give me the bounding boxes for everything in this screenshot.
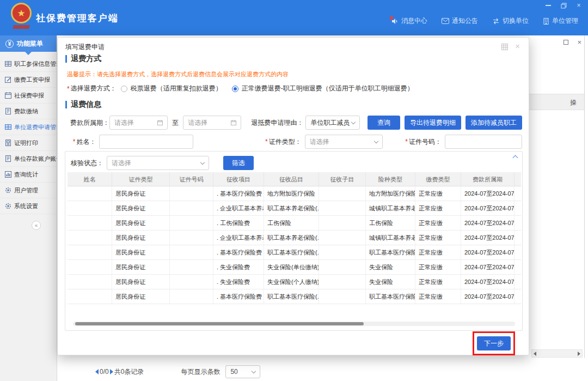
cell-payment-type: 正常应缴 — [415, 216, 461, 230]
cell-collect-item: 地方附加医疗保险 — [264, 186, 319, 201]
export-pending-refund-button[interactable]: 导出待退费明细 — [405, 116, 461, 130]
table-row[interactable]: 居民身份证 . 失业保险费 失业保险(个人缴纳) 失业保险 正常应缴 2024-… — [68, 275, 521, 289]
table-hscrollbar-thumb[interactable] — [75, 322, 364, 325]
cell-collect-item: 职工基本医疗保险(.. — [264, 245, 319, 259]
reason-select[interactable]: 单位职工减员 — [305, 116, 360, 130]
name-input[interactable] — [99, 135, 193, 149]
cell-collect-item: 职工基本养老保险(.. — [264, 231, 319, 245]
cell-collect-project: . 基本医疗保险费 — [213, 186, 264, 201]
section-refund-info: 退费信息 — [65, 100, 101, 110]
table-row[interactable]: 居民身份证 . 基本医疗保险费 地方附加医疗保险 地方附加医疗保险 正常应缴 2… — [68, 186, 521, 201]
nav-notices[interactable]: 通知公告 — [442, 16, 478, 26]
cell-cert-no — [170, 201, 213, 215]
sidebar-collapse-button[interactable]: « — [32, 221, 41, 230]
next-step-button[interactable]: 下一步 — [477, 336, 511, 350]
cell-cert-no — [170, 186, 213, 201]
cert-no-label: *证件号码： — [402, 137, 442, 147]
verify-status-select[interactable]: 请选择 — [107, 156, 209, 170]
page-indicator: 0/0 — [100, 368, 109, 376]
sidebar-item-fee-payment[interactable]: 费款缴纳 — [0, 104, 57, 119]
nav-message-center[interactable]: 消息中心 — [391, 16, 427, 26]
grid-icon[interactable] — [501, 44, 508, 50]
cell-filler — [514, 260, 521, 274]
cell-fee-period: 2024-07至2024-07 — [461, 245, 514, 259]
table-row[interactable]: 居民身份证 . 企业职工基本养老.. 职工基本养老保险(.. 城镇职工基本养老.… — [68, 231, 521, 245]
refund-detail-table: 姓名 证件类型 证件号码 征收项目 征收品目 征收子目 险种类型 缴费类型 费款… — [68, 172, 521, 304]
cell-collect-project: . 企业职工基本养老.. — [213, 231, 264, 245]
inner-close-icon[interactable]: × — [577, 39, 581, 46]
cert-no-input[interactable] — [445, 135, 522, 149]
cell-cert-no — [170, 289, 213, 304]
restore-icon — [561, 3, 567, 9]
cell-cert-type: 居民身份证 — [112, 201, 170, 215]
per-page-select[interactable]: 50 — [225, 365, 260, 378]
radio-normal-refund[interactable] — [232, 86, 238, 92]
col-header: 缴费类型 — [415, 172, 461, 186]
table-row[interactable]: 居民身份证 . 工伤保险费 工伤保险 工伤保险 正常应缴 2024-07至202… — [68, 216, 521, 231]
cell-collect-item: 工伤保险 — [264, 216, 319, 230]
scroll-right-arrow-icon[interactable] — [578, 352, 580, 356]
close-window-button[interactable]: × — [575, 2, 583, 9]
col-header: 姓名 — [68, 172, 112, 186]
table-hscrollbar[interactable] — [73, 322, 515, 326]
total-records: 共0条记录 — [114, 367, 144, 377]
sidebar-item-wage-declaration[interactable]: 缴费工资申报 — [0, 72, 57, 88]
add-pending-reduction-button[interactable]: 添加待减员职工 — [465, 116, 522, 130]
page-next-icon[interactable] — [110, 369, 113, 374]
modal-close-icon[interactable]: × — [515, 41, 520, 51]
cell-insurance-type: 城镇职工基本养老.. — [366, 201, 415, 215]
table-row[interactable]: 居民身份证 . 企业职工基本养老.. 职工基本养老保险(.. 城镇职工基本养老.… — [68, 201, 521, 216]
per-page-label: 每页显示条数 — [181, 367, 220, 377]
cell-fee-period: 2024-07至2024-07 — [461, 275, 514, 289]
sidebar-item-deposit-account-management[interactable]: 单位存款账户账号管 — [0, 151, 57, 167]
cell-cert-no — [170, 260, 213, 274]
sidebar-header-notch — [25, 52, 32, 55]
collapse-panel-icon[interactable] — [513, 155, 518, 161]
sidebar-item-certificate-print[interactable]: 证明打印 — [0, 135, 57, 151]
minimize-icon — [546, 5, 551, 6]
sidebar-item-system-settings[interactable]: 系统设置 — [0, 198, 57, 214]
sidebar-item-user-management[interactable]: 用户管理 — [0, 183, 57, 198]
page-prev-icon[interactable] — [95, 369, 99, 374]
cell-filler — [514, 201, 521, 215]
operation-column-header: 操 — [570, 98, 577, 107]
query-button[interactable]: 查询 — [367, 116, 400, 130]
cell-payment-type: 正常应缴 — [415, 245, 461, 259]
section-bar — [65, 55, 67, 63]
sidebar-item-employee-insurance-info[interactable]: 职工参保信息管理 — [0, 56, 57, 72]
document-icon — [5, 108, 11, 114]
cell-cert-no — [170, 216, 213, 230]
cell-collect-subitem — [319, 260, 366, 274]
period-to-picker[interactable]: 请选择 — [183, 116, 241, 130]
filter-button[interactable]: 筛选 — [223, 156, 254, 170]
cell-collect-subitem — [319, 201, 366, 215]
cell-name — [68, 231, 112, 245]
col-header: 征收子目 — [319, 172, 366, 186]
cert-type-select[interactable]: 请选择 — [305, 135, 383, 149]
cell-name — [68, 260, 112, 274]
nav-unit-management[interactable]: 单位管理 — [543, 16, 578, 26]
radio-tax-ticket-refund[interactable] — [121, 86, 127, 92]
close-icon: × — [577, 2, 580, 9]
period-from-picker[interactable]: 请选择 — [109, 116, 168, 130]
filter-row: 核验状态： 请选择 筛选 — [70, 156, 254, 170]
section-refund-method: 退费方式 — [65, 54, 101, 64]
cell-fee-period: 2024-07至2024-07 — [461, 216, 514, 230]
cell-filler — [514, 245, 521, 259]
sidebar-item-query-statistics[interactable]: 查询统计 — [0, 167, 57, 183]
table-icon — [5, 61, 11, 67]
table-row[interactable]: 居民身份证 . 基本医疗保险费 职工基本医疗保险(.. 职工基本医疗保险 正常应… — [68, 245, 521, 260]
nav-switch-unit[interactable]: 切换单位 — [492, 16, 529, 26]
sidebar-header-label: 功能菜单 — [17, 39, 43, 49]
sidebar-item-social-fee-declaration[interactable]: 社保费申报 — [0, 88, 57, 104]
sidebar-item-unit-refund-management[interactable]: 单位退费申请管理 — [0, 119, 57, 135]
table-row[interactable]: 居民身份证 . 失业保险费 失业保险(单位缴纳) 失业保险 正常应缴 2024-… — [68, 260, 521, 275]
next-button-highlight: 下一步 — [473, 331, 515, 355]
minimize-button[interactable] — [544, 2, 552, 9]
restore-button[interactable] — [560, 2, 567, 9]
cell-collect-subitem — [319, 275, 366, 289]
scroll-left-arrow-icon[interactable] — [534, 352, 536, 356]
background-hscrollbar[interactable] — [531, 349, 583, 358]
table-row[interactable]: 居民身份证 . 基本医疗保险费 职工基本医疗保险(.. 职工基本医疗保险 正常应… — [68, 289, 521, 304]
inner-maximize-icon[interactable] — [564, 40, 568, 45]
